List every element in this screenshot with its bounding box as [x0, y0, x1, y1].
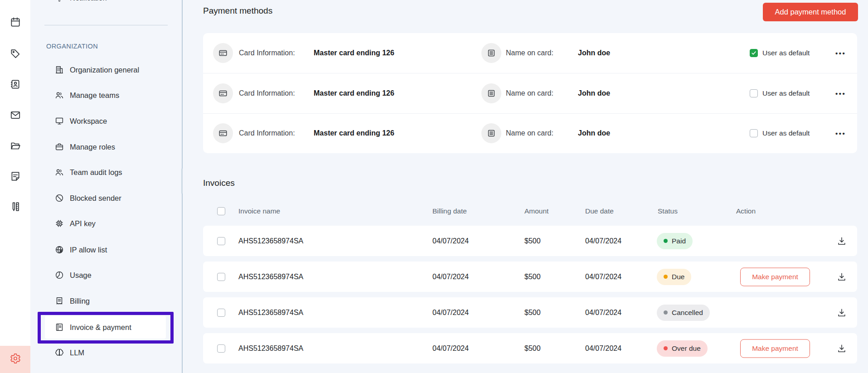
sidebar-item-label: Manage teams: [70, 91, 119, 100]
address-book-icon[interactable]: [10, 78, 21, 90]
download-invoice-icon[interactable]: [837, 344, 847, 354]
column-header-invoice-name: Invoice name: [238, 207, 280, 215]
column-header-action: Action: [736, 207, 756, 215]
sidebar-item-billing[interactable]: Billing: [54, 294, 90, 308]
more-options-button[interactable]: •••: [835, 49, 846, 57]
pie-icon: [54, 270, 64, 280]
sidebar-item-label: Team audit logs: [70, 168, 122, 177]
sidebar-item-llm[interactable]: LLM: [54, 346, 84, 359]
invoice-table-row: AHS5123658974SA 04/07/2024 $500 04/07/20…: [203, 333, 857, 363]
sidebar-item-label: LLM: [70, 349, 84, 357]
sidebar-section-label: ORGANIZATION: [46, 43, 98, 50]
amount-cell: $500: [524, 273, 541, 281]
icon-rail: [0, 0, 30, 373]
row-checkbox[interactable]: [217, 237, 225, 245]
select-all-checkbox[interactable]: [217, 207, 225, 215]
payment-methods-title: Payment methods: [203, 6, 272, 16]
app-root: Notification ORGANIZATION Organization g…: [0, 0, 868, 373]
invoices-table-header: Invoice name Billing date Amount Due dat…: [203, 202, 857, 220]
chip-icon: [54, 218, 64, 228]
status-dot: [664, 275, 668, 279]
user-as-default-checkbox[interactable]: [750, 89, 758, 97]
invoice-table-row: AHS5123658974SA 04/07/2024 $500 04/07/20…: [203, 226, 857, 256]
more-options-button[interactable]: •••: [835, 130, 846, 137]
settings-sidebar: Notification ORGANIZATION Organization g…: [30, 0, 183, 373]
sidebar-item-label: API key: [70, 219, 96, 228]
mail-icon[interactable]: [10, 109, 21, 121]
name-card-icon: [481, 83, 501, 103]
sidebar-item-workspace[interactable]: Workspace: [54, 114, 107, 128]
monitor-icon: [54, 116, 64, 126]
invoice-name-cell: AHS5123658974SA: [238, 344, 303, 353]
name-on-card-label: Name on card:: [506, 89, 553, 97]
invoice-icon: [54, 322, 64, 332]
download-invoice-icon[interactable]: [837, 236, 847, 246]
sidebar-item-ip-allow-list[interactable]: IP allow list: [54, 243, 107, 257]
people-icon: [54, 167, 64, 177]
invoice-table-row: AHS5123658974SA 04/07/2024 $500 04/07/20…: [203, 262, 857, 292]
credit-card-icon: [213, 83, 233, 103]
status-dot: [664, 310, 668, 315]
sidebar-item-label: Notification: [70, 0, 107, 2]
tag-icon[interactable]: [10, 48, 21, 59]
status-badge: Cancelled: [657, 305, 710, 321]
invoice-name-cell: AHS5123658974SA: [238, 309, 303, 317]
name-on-card-label: Name on card:: [506, 49, 553, 57]
column-header-due-date: Due date: [585, 207, 614, 215]
sidebar-item-label: Manage roles: [70, 143, 115, 151]
name-card-icon: [481, 123, 501, 143]
sidebar-item-manage-roles[interactable]: Manage roles: [54, 140, 115, 154]
amount-cell: $500: [524, 344, 541, 353]
sidebar-item-blocked-sender[interactable]: Blocked sender: [54, 191, 121, 205]
status-dot: [664, 346, 668, 350]
amount-cell: $500: [524, 237, 541, 245]
status-badge: Paid: [657, 233, 693, 249]
name-on-card-label: Name on card:: [506, 129, 553, 137]
sidebar-item-api-key[interactable]: API key: [54, 217, 96, 230]
card-information-label: Card Information:: [239, 129, 295, 137]
more-options-button[interactable]: •••: [835, 89, 846, 97]
brain-icon: [54, 348, 64, 358]
billing-date-cell: 04/07/2024: [432, 273, 469, 281]
column-header-billing-date: Billing date: [432, 207, 467, 215]
make-payment-button[interactable]: Make payment: [740, 339, 810, 358]
folder-icon[interactable]: [10, 140, 21, 152]
download-invoice-icon[interactable]: [837, 308, 847, 318]
briefcase-icon: [54, 142, 64, 152]
add-payment-method-button[interactable]: Add payment method: [763, 3, 858, 21]
sidebar-item-label: Invoice & payment: [70, 323, 131, 332]
design-tools-icon[interactable]: [10, 201, 21, 213]
billing-date-cell: 04/07/2024: [432, 309, 469, 317]
status-badge: Over due: [657, 340, 708, 357]
sidebar-item-usage[interactable]: Usage: [54, 268, 92, 282]
ban-icon: [54, 193, 64, 203]
calendar-icon[interactable]: [10, 16, 21, 28]
sidebar-item-label: Workspace: [70, 117, 107, 126]
invoice-table-row: AHS5123658974SA 04/07/2024 $500 04/07/20…: [203, 297, 857, 328]
sidebar-item-notification[interactable]: Notification: [54, 0, 107, 5]
payment-method-row: Card Information: Master card ending 126…: [203, 73, 857, 113]
note-icon[interactable]: [10, 170, 21, 182]
bell-icon: [54, 0, 64, 3]
globe-icon: [54, 245, 64, 255]
row-checkbox[interactable]: [217, 273, 225, 281]
status-dot: [664, 239, 668, 243]
card-information-label: Card Information:: [239, 89, 295, 97]
row-checkbox[interactable]: [217, 309, 225, 317]
settings-active-tile[interactable]: [0, 346, 30, 373]
download-invoice-icon[interactable]: [837, 272, 847, 282]
user-as-default-checkbox[interactable]: [750, 129, 758, 137]
due-date-cell: 04/07/2024: [585, 237, 621, 245]
name-card-icon: [481, 43, 501, 63]
sidebar-scrollbar-thumb[interactable]: [181, 169, 183, 194]
make-payment-button[interactable]: Make payment: [740, 267, 810, 286]
sidebar-item-team-audit-logs[interactable]: Team audit logs: [54, 165, 122, 179]
sidebar-item-manage-teams[interactable]: Manage teams: [54, 88, 119, 102]
sidebar-item-organization-general[interactable]: Organization general: [54, 63, 139, 77]
row-checkbox[interactable]: [217, 344, 225, 353]
sidebar-item-label: IP allow list: [70, 246, 107, 254]
user-as-default-checkbox[interactable]: [750, 49, 758, 57]
card-information-value: Master card ending 126: [314, 129, 394, 137]
card-information-value: Master card ending 126: [314, 89, 394, 97]
sidebar-item-invoice-payment[interactable]: Invoice & payment: [54, 320, 131, 334]
